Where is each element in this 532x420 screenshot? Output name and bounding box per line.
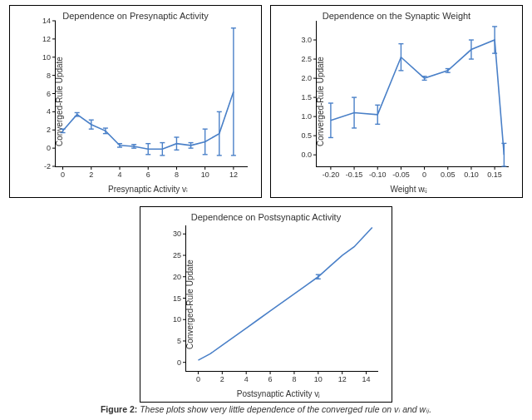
x-axis-label: Presynaptic Activity vᵢ bbox=[10, 185, 261, 194]
chart-presynaptic: Dependence on Presynaptic Activity Conve… bbox=[9, 5, 262, 198]
svg-text:2: 2 bbox=[220, 375, 224, 383]
svg-text:12: 12 bbox=[42, 35, 51, 43]
svg-text:5: 5 bbox=[177, 337, 181, 345]
svg-text:12: 12 bbox=[338, 375, 347, 383]
svg-text:0: 0 bbox=[196, 375, 200, 383]
svg-text:14: 14 bbox=[42, 17, 51, 25]
svg-text:6: 6 bbox=[47, 90, 51, 98]
plot-area: 024681012-202468101214 bbox=[55, 21, 248, 167]
svg-text:-0.20: -0.20 bbox=[323, 170, 340, 179]
svg-text:0.10: 0.10 bbox=[464, 170, 479, 179]
svg-text:15: 15 bbox=[173, 294, 181, 303]
svg-text:0: 0 bbox=[422, 170, 426, 179]
svg-text:6: 6 bbox=[268, 375, 273, 383]
svg-text:2.0: 2.0 bbox=[301, 74, 312, 82]
svg-text:20: 20 bbox=[173, 273, 181, 281]
svg-text:8: 8 bbox=[47, 72, 51, 80]
svg-text:0: 0 bbox=[177, 358, 181, 367]
svg-text:10: 10 bbox=[173, 315, 181, 324]
svg-text:3.0: 3.0 bbox=[301, 36, 312, 44]
svg-text:14: 14 bbox=[362, 375, 371, 383]
chart-title: Dependence on the Synaptic Weight bbox=[271, 11, 522, 21]
svg-text:2: 2 bbox=[89, 170, 93, 179]
svg-text:10: 10 bbox=[42, 53, 51, 62]
svg-text:1.5: 1.5 bbox=[301, 93, 312, 101]
chart-postsynaptic: Dependence on Postsynaptic Activity Conv… bbox=[140, 206, 392, 403]
svg-text:6: 6 bbox=[146, 170, 150, 179]
figure-caption: Figure 2: These plots show very little d… bbox=[0, 404, 532, 414]
svg-text:0: 0 bbox=[61, 170, 65, 179]
svg-text:4: 4 bbox=[117, 170, 121, 179]
svg-text:30: 30 bbox=[173, 230, 181, 238]
svg-text:10: 10 bbox=[201, 170, 209, 179]
plot-area: -0.20-0.15-0.10-0.0500.050.100.150.00.51… bbox=[316, 21, 509, 167]
svg-text:2.5: 2.5 bbox=[301, 55, 312, 63]
svg-text:0.5: 0.5 bbox=[301, 131, 312, 140]
svg-text:0: 0 bbox=[47, 144, 51, 152]
svg-text:10: 10 bbox=[314, 375, 323, 383]
svg-text:2: 2 bbox=[47, 126, 51, 134]
svg-text:8: 8 bbox=[292, 375, 296, 383]
chart-title: Dependence on Postsynaptic Activity bbox=[140, 212, 392, 222]
svg-text:-0.15: -0.15 bbox=[346, 170, 363, 179]
chart-weight: Dependence on the Synaptic Weight Conver… bbox=[270, 5, 523, 198]
svg-text:1.0: 1.0 bbox=[301, 112, 312, 121]
svg-text:0.05: 0.05 bbox=[441, 170, 456, 179]
svg-text:12: 12 bbox=[229, 170, 238, 179]
plot-area: 02468101214051015202530 bbox=[185, 225, 378, 372]
svg-text:-2: -2 bbox=[44, 162, 51, 170]
svg-text:-0.05: -0.05 bbox=[392, 170, 410, 179]
x-axis-label: Postsynaptic Activity vⱼ bbox=[140, 389, 392, 398]
svg-text:4: 4 bbox=[244, 375, 249, 383]
svg-text:8: 8 bbox=[175, 170, 179, 179]
x-axis-label: Weight wᵢⱼ bbox=[271, 185, 522, 194]
svg-text:0.15: 0.15 bbox=[487, 170, 502, 179]
svg-text:0.0: 0.0 bbox=[301, 151, 312, 159]
svg-text:-0.10: -0.10 bbox=[369, 170, 387, 179]
svg-text:4: 4 bbox=[47, 107, 51, 116]
svg-text:25: 25 bbox=[173, 251, 181, 259]
